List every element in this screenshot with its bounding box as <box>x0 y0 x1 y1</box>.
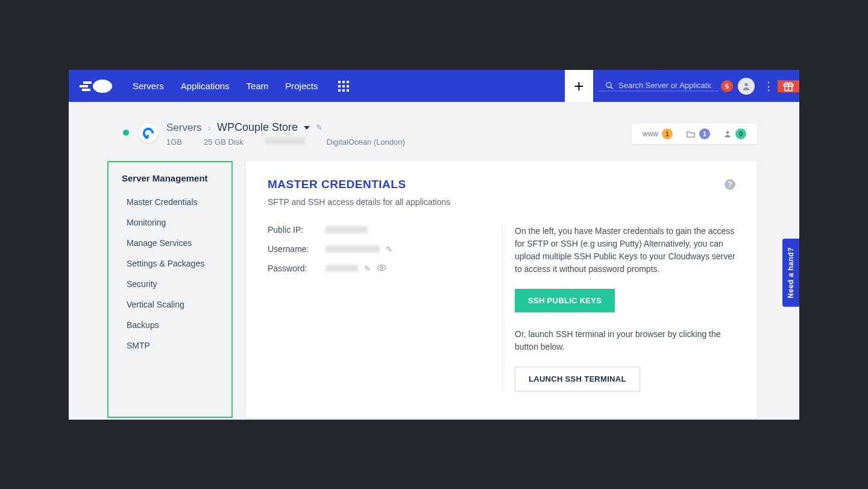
server-header: Servers › WPCouple Store ✎ 1GB 25 GB Dis… <box>69 102 799 161</box>
gift-icon <box>782 80 794 92</box>
chevron-down-icon[interactable] <box>304 126 310 130</box>
counter-user-value: 0 <box>735 128 746 139</box>
notification-badge[interactable]: 5 <box>721 80 733 92</box>
sidebar: Server Management Master Credentials Mon… <box>107 161 233 418</box>
nav-servers[interactable]: Servers <box>124 81 172 91</box>
svg-point-4 <box>606 82 611 87</box>
search-icon <box>605 81 614 90</box>
sidebar-item-master-credentials[interactable]: Master Credentials <box>108 192 231 212</box>
meta-ram: 1GB <box>166 137 182 147</box>
counter-user[interactable]: 0 <box>723 128 746 139</box>
panel-subtitle: SFTP and SSH access details for all appl… <box>268 197 735 207</box>
label-password: Password: <box>268 263 326 273</box>
nav-team[interactable]: Team <box>238 81 277 91</box>
sidebar-item-smtp[interactable]: SMTP <box>108 335 231 356</box>
avatar[interactable] <box>738 78 755 95</box>
counter-www-value: 1 <box>662 128 673 139</box>
search-input[interactable] <box>618 81 711 90</box>
value-public-ip-redacted <box>326 226 368 233</box>
ssh-description: On the left, you have Master credentials… <box>515 225 735 276</box>
sidebar-item-backups[interactable]: Backups <box>108 315 231 335</box>
sidebar-title: Server Management <box>108 173 231 192</box>
help-tab[interactable]: Need a hand? <box>782 239 799 307</box>
svg-line-5 <box>611 86 613 89</box>
svg-point-13 <box>380 267 383 269</box>
meta-provider: DigitalOcean (London) <box>327 137 405 147</box>
edit-password-icon[interactable]: ✎ <box>364 264 371 273</box>
sidebar-item-manage-services[interactable]: Manage Services <box>108 233 231 253</box>
meta-ip-redacted <box>265 137 305 145</box>
svg-rect-0 <box>80 85 88 87</box>
user-icon <box>741 81 751 91</box>
label-username: Username: <box>268 244 326 254</box>
kebab-menu-icon[interactable]: ⋮ <box>760 81 778 92</box>
svg-rect-2 <box>82 89 90 91</box>
instructions-column: On the left, you have Master credentials… <box>503 225 735 391</box>
folder-icon <box>686 130 696 138</box>
meta-disk: 25 GB Disk <box>204 137 244 147</box>
gift-button[interactable] <box>778 80 799 92</box>
app-window: Servers Applications Team Projects + 5 ⋮ <box>69 70 799 420</box>
digitalocean-icon <box>142 127 155 140</box>
nav-applications[interactable]: Applications <box>172 81 238 91</box>
sidebar-item-security[interactable]: Security <box>108 274 231 294</box>
sidebar-item-vertical-scaling[interactable]: Vertical Scaling <box>108 294 231 315</box>
sidebar-item-monitoring[interactable]: Monitoring <box>108 212 231 233</box>
search-box[interactable] <box>598 81 719 92</box>
logo[interactable] <box>69 70 124 102</box>
label-public-ip: Public IP: <box>268 225 326 235</box>
server-meta: 1GB 25 GB Disk DigitalOcean (London) <box>166 137 405 147</box>
counter-www-label: www <box>643 130 658 138</box>
sidebar-item-settings-packages[interactable]: Settings & Packages <box>108 253 231 274</box>
help-icon[interactable]: ? <box>725 179 735 190</box>
top-nav: Servers Applications Team Projects <box>124 70 326 102</box>
main: Server Management Master Credentials Mon… <box>69 161 799 442</box>
breadcrumb-sep: › <box>208 122 211 133</box>
counter-www[interactable]: www 1 <box>643 128 673 139</box>
launch-ssh-terminal-button[interactable]: LAUNCH SSH TERMINAL <box>515 367 640 391</box>
terminal-description: Or, launch SSH terminal in your browser … <box>515 328 735 353</box>
status-indicator <box>123 130 129 136</box>
counters: www 1 1 0 <box>632 124 757 144</box>
svg-point-3 <box>93 80 112 93</box>
value-password-redacted <box>326 265 358 272</box>
app-launcher-icon[interactable] <box>326 70 361 102</box>
add-button[interactable]: + <box>565 70 593 102</box>
panel-title: MASTER CREDENTIALS <box>268 178 406 191</box>
svg-point-12 <box>726 131 729 134</box>
counter-app-value: 1 <box>699 128 710 139</box>
svg-point-6 <box>744 83 747 86</box>
counter-app[interactable]: 1 <box>686 128 710 139</box>
show-password-icon[interactable] <box>377 264 386 273</box>
breadcrumb-root[interactable]: Servers <box>166 122 202 134</box>
provider-badge <box>139 124 158 143</box>
edit-username-icon[interactable]: ✎ <box>386 245 392 254</box>
svg-rect-11 <box>145 137 147 139</box>
breadcrumb-current[interactable]: WPCouple Store <box>217 121 298 134</box>
nav-projects[interactable]: Projects <box>277 81 326 91</box>
edit-icon[interactable]: ✎ <box>316 123 322 132</box>
value-username-redacted <box>326 245 380 253</box>
person-icon <box>723 130 732 138</box>
panel: MASTER CREDENTIALS ? SFTP and SSH access… <box>246 161 757 418</box>
svg-rect-10 <box>146 135 149 137</box>
svg-rect-1 <box>83 81 92 84</box>
credentials-column: Public IP: Username: ✎ Password: <box>268 225 503 391</box>
ssh-public-keys-button[interactable]: SSH PUBLIC KEYS <box>515 289 615 312</box>
topbar: Servers Applications Team Projects + 5 ⋮ <box>69 70 799 102</box>
